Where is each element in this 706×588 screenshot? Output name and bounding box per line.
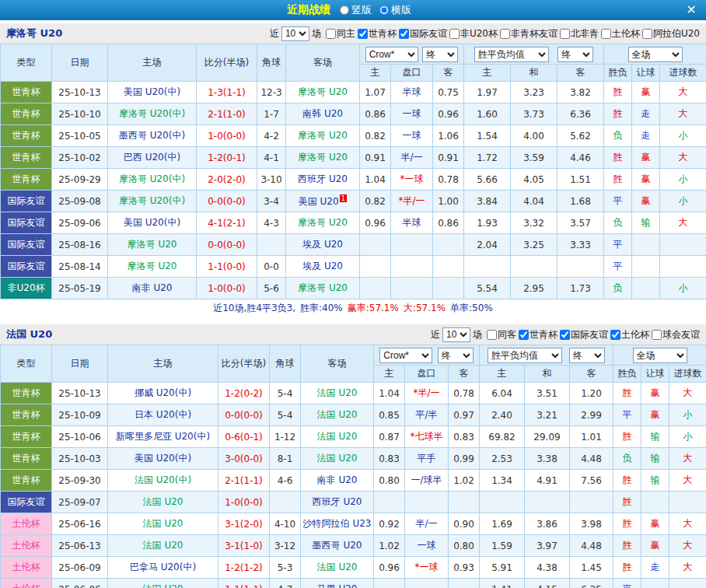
match-type-badge: 土伦杯 [1, 535, 52, 557]
fulltime-select[interactable]: 全场 [628, 47, 683, 62]
result-goals: 大 [669, 448, 706, 470]
fulltime-header: 全场 [604, 44, 706, 65]
crow-away-odds: 0.78 [449, 383, 480, 404]
games-count-select[interactable]: 10 [442, 327, 470, 342]
fulltime-select[interactable]: 全场 [633, 348, 687, 363]
filter-阿拉伯U20[interactable]: 阿拉伯U20 [642, 27, 700, 40]
handicap-line: 一球 [391, 125, 433, 147]
final-wdl-select[interactable]: 终 [569, 348, 605, 363]
crow-away-odds [433, 278, 464, 299]
result-goals [669, 492, 706, 513]
layout-option-horizontal[interactable]: 横版 [379, 3, 411, 17]
crow-home-odds: 0.85 [374, 404, 405, 426]
filter-球会友谊[interactable]: 球会友谊 [652, 328, 700, 341]
match-score: 1-0(0-0) [197, 125, 257, 147]
match-type-badge: 世青杯 [1, 169, 52, 191]
sub-col-avg-draw: 和 [511, 65, 557, 82]
filter-国际友谊[interactable]: 国际友谊 [399, 27, 447, 40]
match-score: 1-1(1-1) [218, 579, 270, 588]
sub-col-goals: 进球数 [669, 366, 706, 383]
crow-away-odds: 0.93 [449, 557, 480, 579]
col-score: 比分(半场) [218, 345, 270, 383]
games-label: 场 [473, 328, 482, 341]
match-row: 国际友谊25-08-16摩洛哥 U200-0(0-0)埃及 U202.043.2… [1, 234, 706, 256]
sub-col-avg-home: 主 [464, 65, 511, 82]
result-wdl: 平 [604, 191, 632, 212]
result-goals: 小 [669, 404, 706, 426]
filter-国际友谊[interactable]: 国际友谊 [560, 328, 608, 341]
result-handicap: 输 [632, 212, 660, 234]
filter-非青杯友谊[interactable]: 非青杯友谊 [500, 27, 557, 40]
match-type-badge: 世青杯 [1, 125, 52, 147]
home-team: 法国 U20 [108, 492, 218, 513]
crow-home-odds [360, 256, 391, 278]
filter-checkbox[interactable] [487, 330, 497, 340]
avg-home-odds: 6.04 [480, 383, 525, 404]
avg-draw-odds: 3.51 [525, 383, 570, 404]
filter-同主[interactable]: 同主 [326, 27, 355, 40]
avg-away-odds: 5.62 [557, 125, 604, 147]
match-date: 25-09-30 [52, 470, 108, 492]
match-row: 土伦杯25-06-09巴拿马 U20(中)1-2(1-2)5-3法国 U200.… [1, 557, 706, 579]
filter-非U20杯[interactable]: 非U20杯 [449, 27, 498, 40]
games-count-select[interactable]: 10 [281, 26, 309, 41]
filter-土伦杯[interactable]: 土伦杯 [601, 27, 640, 40]
avg-away-odds: 6.35 [570, 579, 613, 588]
crow-home-odds: 1.07 [360, 82, 391, 103]
filter-checkbox[interactable] [519, 330, 529, 340]
match-score: 0-6(0-1) [218, 426, 270, 448]
result-handicap [632, 256, 660, 278]
horizontal-radio[interactable] [379, 5, 389, 15]
crow-home-odds: 1.02 [374, 535, 405, 557]
match-type-badge: 世青杯 [1, 82, 52, 103]
filter-北非青[interactable]: 北非青 [560, 27, 599, 40]
odds-source-header: Crow* 终 [374, 345, 480, 366]
handicap-line: 一球 [391, 103, 433, 125]
sub-col-home-odds: 主 [374, 366, 405, 383]
result-wdl: 胜 [613, 470, 641, 492]
filter-checkbox[interactable] [601, 29, 611, 39]
wdl-average-select[interactable]: 胜平负均值 [488, 348, 562, 363]
filter-checkbox[interactable] [560, 29, 570, 39]
final-wdl-select[interactable]: 终 [557, 47, 593, 62]
filter-世青杯[interactable]: 世青杯 [358, 27, 397, 40]
result-handicap: 输 [641, 426, 669, 448]
filter-checkbox[interactable] [560, 330, 570, 340]
avg-draw-odds: 3.32 [511, 212, 557, 234]
filter-checkbox[interactable] [399, 29, 409, 39]
filter-checkbox[interactable] [326, 29, 336, 39]
match-type-badge: 国际友谊 [1, 191, 52, 212]
filter-同客[interactable]: 同客 [487, 328, 516, 341]
away-team: 美国 U201 [286, 191, 360, 212]
sub-col-handicap-result: 让球 [632, 65, 660, 82]
filter-checkbox[interactable] [610, 330, 620, 340]
filter-世青杯[interactable]: 世青杯 [519, 328, 557, 341]
filter-checkbox[interactable] [500, 29, 510, 39]
result-wdl: 平 [604, 234, 632, 256]
vertical-radio[interactable] [340, 5, 349, 15]
odds-source-select[interactable]: Crow* [379, 348, 432, 363]
close-icon[interactable]: ✕ [683, 2, 700, 19]
result-wdl: 负 [604, 278, 632, 299]
avg-draw-odds: 3.38 [525, 448, 570, 470]
final-odds-select[interactable]: 终 [438, 348, 474, 363]
home-team: 美国 U20(中) [108, 448, 218, 470]
filter-checkbox[interactable] [449, 29, 460, 39]
wdl-average-select[interactable]: 胜平负均值 [474, 47, 549, 62]
filter-checkbox[interactable] [642, 29, 652, 39]
layout-option-vertical[interactable]: 竖版 [340, 3, 372, 17]
crow-home-odds: 0.91 [360, 147, 391, 169]
handicap-line: *一球 [391, 169, 433, 191]
filter-checkbox[interactable] [358, 29, 368, 39]
filter-checkbox[interactable] [652, 330, 662, 340]
odds-source-select[interactable]: Crow* [365, 47, 418, 62]
avg-away-odds [557, 256, 604, 278]
crow-away-odds [433, 234, 464, 256]
final-odds-select[interactable]: 终 [422, 47, 458, 62]
avg-away-odds: 6.36 [557, 103, 604, 125]
filter-土伦杯[interactable]: 土伦杯 [610, 328, 649, 341]
avg-away-odds: 3.57 [557, 212, 604, 234]
horizontal-label: 横版 [391, 3, 411, 17]
corner-score: 8-1 [270, 448, 301, 470]
filter-checkbox-label: 国际友谊 [571, 328, 608, 341]
